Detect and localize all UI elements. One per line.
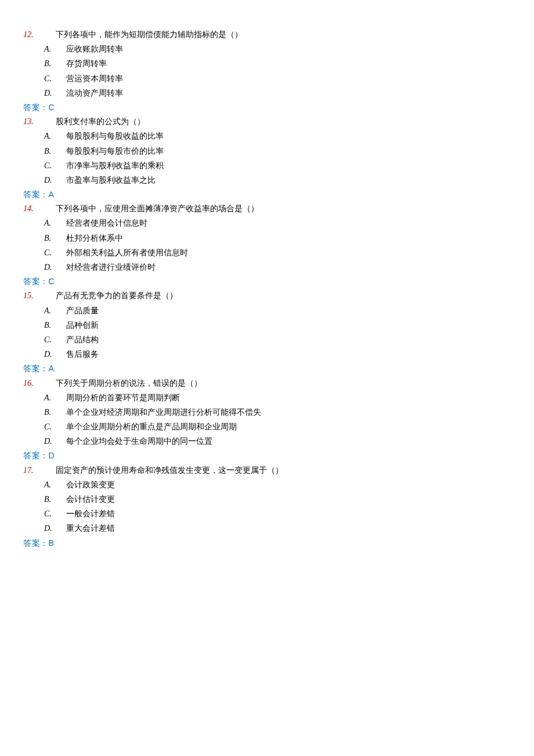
option-text: 重大会计差错 <box>66 523 115 533</box>
answer-value: C <box>49 277 55 286</box>
option-letter: B. <box>44 407 66 418</box>
option-letter: A. <box>44 44 66 55</box>
option-letter: C. <box>44 509 66 519</box>
option-row: B.单个企业对经济周期和产业周期进行分析可能得不偿失 <box>23 407 511 418</box>
option-row: A.每股股利与每股收益的比率 <box>23 131 511 142</box>
answer-prefix: 答案： <box>23 103 49 112</box>
option-row: A.产品质量 <box>23 305 511 316</box>
answer-value: A <box>49 190 55 199</box>
option-text: 营运资本周转率 <box>66 73 123 84</box>
option-letter: C. <box>44 422 66 432</box>
option-letter: C. <box>44 74 66 84</box>
answer-prefix: 答案： <box>23 277 49 286</box>
option-row: B.会计估计变更 <box>23 494 511 505</box>
question-number: 14. <box>23 204 56 214</box>
question-block: 17.固定资产的预计使用寿命和净残值发生变更，这一变更属于（）A.会计政策变更B… <box>23 465 511 548</box>
question-text: 产品有无竞争力的首要条件是（） <box>56 290 178 301</box>
option-text: 流动资产周转率 <box>66 88 123 98</box>
answer-value: D <box>49 451 55 460</box>
option-row: D.每个企业均会处于生命周期中的同一位置 <box>23 436 511 447</box>
option-letter: B. <box>44 233 66 244</box>
option-letter: D. <box>44 436 66 447</box>
option-letter: A. <box>44 393 66 403</box>
option-row: C.一般会计差错 <box>23 508 511 519</box>
option-row: D.市盈率与股利收益率之比 <box>23 175 511 186</box>
option-text: 单个企业周期分析的重点是产品周期和企业周期 <box>66 421 237 432</box>
option-row: C.外部相关利益人所有者使用信息时 <box>23 247 511 258</box>
option-text: 单个企业对经济周期和产业周期进行分析可能得不偿失 <box>66 407 261 417</box>
question-header: 13.股利支付率的公式为（） <box>23 116 511 127</box>
question-text: 固定资产的预计使用寿命和净残值发生变更，这一变更属于（） <box>56 465 283 475</box>
question-block: 12.下列各项中，能作为短期偿债能力辅助指标的是（）A.应收账款周转率B.存货周… <box>23 29 511 113</box>
option-text: 每个企业均会处于生命周期中的同一位置 <box>66 436 212 446</box>
option-text: 每股股利与每股市价的比率 <box>66 146 164 156</box>
question-header: 15.产品有无竞争力的首要条件是（） <box>23 290 511 301</box>
option-text: 外部相关利益人所有者使用信息时 <box>66 247 188 258</box>
option-text: 产品质量 <box>66 305 99 316</box>
option-text: 会计政策变更 <box>66 479 115 490</box>
option-text: 存货周转率 <box>66 58 107 68</box>
answer-value: A <box>49 364 55 373</box>
question-block: 14.下列各项中，应使用全面摊薄净资产收益率的场合是（）A.经营者使用会计信息时… <box>23 203 511 287</box>
option-letter: D. <box>44 523 66 534</box>
option-text: 产品结构 <box>66 334 99 345</box>
option-text: 对经营者进行业绩评价时 <box>66 262 156 272</box>
question-number: 13. <box>23 117 56 127</box>
answer-line: 答案：C <box>23 102 511 113</box>
option-letter: A. <box>44 218 66 229</box>
option-row: C.市净率与股利收益率的乘积 <box>23 160 511 171</box>
option-letter: B. <box>44 320 66 331</box>
option-letter: D. <box>44 349 66 360</box>
answer-line: 答案：C <box>23 276 511 287</box>
question-header: 14.下列各项中，应使用全面摊薄净资产收益率的场合是（） <box>23 203 511 214</box>
option-row: B.每股股利与每股市价的比率 <box>23 146 511 157</box>
option-text: 经营者使用会计信息时 <box>66 218 147 228</box>
option-text: 售后服务 <box>66 349 99 359</box>
option-letter: C. <box>44 248 66 258</box>
option-row: C.单个企业周期分析的重点是产品周期和企业周期 <box>23 421 511 432</box>
answer-prefix: 答案： <box>23 364 49 373</box>
question-number: 12. <box>23 30 56 40</box>
answer-line: 答案：B <box>23 538 511 548</box>
option-row: D.流动资产周转率 <box>23 88 511 99</box>
question-header: 16.下列关于周期分析的说法，错误的是（） <box>23 378 511 389</box>
answer-prefix: 答案： <box>23 190 49 199</box>
option-row: B.品种创新 <box>23 320 511 331</box>
option-row: A.应收账款周转率 <box>23 44 511 55</box>
option-row: B.杜邦分析体系中 <box>23 233 511 244</box>
option-row: C.产品结构 <box>23 334 511 345</box>
answer-value: B <box>49 538 55 548</box>
option-text: 市盈率与股利收益率之比 <box>66 175 156 185</box>
option-letter: B. <box>44 494 66 505</box>
answer-line: 答案：A <box>23 189 511 200</box>
question-text: 下列关于周期分析的说法，错误的是（） <box>56 378 202 388</box>
question-number: 17. <box>23 465 56 476</box>
option-row: A.经营者使用会计信息时 <box>23 218 511 229</box>
option-row: B.存货周转率 <box>23 58 511 69</box>
answer-value: C <box>49 103 55 112</box>
question-text: 下列各项中，应使用全面摊薄净资产收益率的场合是（） <box>56 203 259 214</box>
option-letter: D. <box>44 175 66 186</box>
question-block: 15.产品有无竞争力的首要条件是（）A.产品质量B.品种创新C.产品结构D.售后… <box>23 290 511 374</box>
option-text: 一般会计差错 <box>66 508 115 519</box>
option-letter: A. <box>44 306 66 316</box>
option-row: D.售后服务 <box>23 349 511 360</box>
question-header: 17.固定资产的预计使用寿命和净残值发生变更，这一变更属于（） <box>23 465 511 476</box>
option-text: 品种创新 <box>66 320 99 330</box>
option-row: A.周期分析的首要环节是周期判断 <box>23 392 511 403</box>
question-block: 16.下列关于周期分析的说法，错误的是（）A.周期分析的首要环节是周期判断B.单… <box>23 378 511 461</box>
option-row: D.对经营者进行业绩评价时 <box>23 262 511 273</box>
question-number: 15. <box>23 291 56 301</box>
option-row: D.重大会计差错 <box>23 523 511 534</box>
option-letter: A. <box>44 131 66 142</box>
option-letter: D. <box>44 262 66 273</box>
answer-prefix: 答案： <box>23 451 49 460</box>
option-text: 市净率与股利收益率的乘积 <box>66 160 164 171</box>
option-text: 周期分析的首要环节是周期判断 <box>66 392 180 403</box>
option-letter: D. <box>44 88 66 99</box>
option-row: C.营运资本周转率 <box>23 73 511 84</box>
answer-line: 答案：A <box>23 363 511 374</box>
option-letter: B. <box>44 146 66 157</box>
answer-prefix: 答案： <box>23 538 49 548</box>
exam-content: 12.下列各项中，能作为短期偿债能力辅助指标的是（）A.应收账款周转率B.存货周… <box>23 29 511 548</box>
